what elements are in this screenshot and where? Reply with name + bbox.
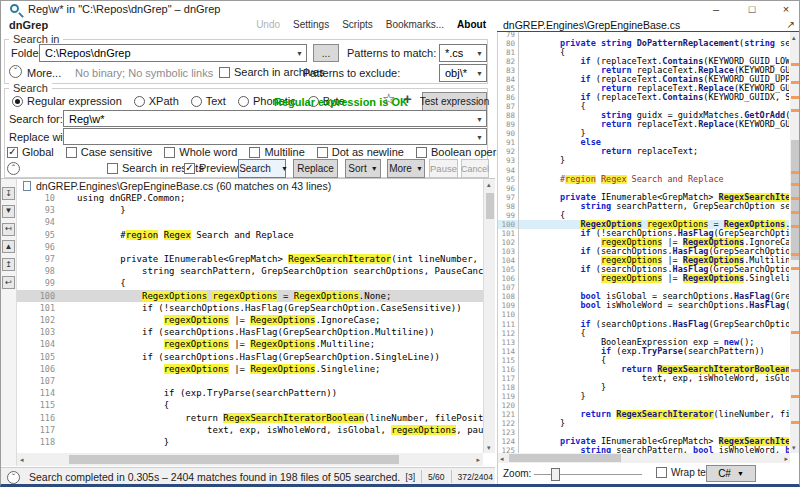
result-line-102[interactable]: 102 regexOptions |= RegexOptions.IgnoreC… [17, 314, 483, 326]
preview-horizontal-scrollbar[interactable]: ◂ ▸ [498, 453, 790, 463]
scroll-left-icon[interactable]: ◂ [20, 456, 24, 463]
result-line-115[interactable]: 115 { [17, 399, 483, 411]
result-line-98[interactable]: 98 string searchPattern, GrepSearchOptio… [17, 265, 483, 277]
option-checkbox-case-sensitive[interactable]: Case sensitive [66, 146, 153, 158]
result-line-103[interactable]: 103 if (searchOptions.HasFlag(GrepSearch… [17, 326, 483, 338]
search-mode-radio-regular-expression[interactable]: Regular expression [12, 95, 122, 107]
results-vscroll-thumb[interactable] [486, 193, 494, 219]
menu-scripts[interactable]: Scripts [342, 19, 373, 30]
patterns-exclude-input[interactable]: obj\* ▼ [439, 64, 487, 82]
sort-dropdown-icon[interactable]: ▼ [371, 165, 378, 172]
results-vertical-scrollbar[interactable]: ▴ ▾ [483, 179, 495, 453]
add-bookmark-plus-icon[interactable]: + [403, 90, 412, 107]
window-title: Reg\w* in "C:\Repos\dnGrep" – dnGrep [28, 3, 220, 15]
option-checkbox-whole-word[interactable]: Whole word [164, 146, 237, 158]
menu-about[interactable]: About [457, 19, 486, 30]
status-chevron-icon[interactable]: ˇ [7, 471, 20, 484]
search-in-archives-box[interactable] [219, 67, 230, 78]
radio-circle-icon[interactable] [191, 96, 202, 107]
results-horizontal-scrollbar[interactable]: ◂ ▸ [17, 453, 483, 466]
search-split-arrow-icon[interactable]: ▼ [281, 165, 288, 172]
result-line-97[interactable]: 97 private IEnumerable<GrepMatch> RegexS… [17, 253, 483, 265]
line-number: 108 [498, 292, 515, 301]
bookmark-star-icon[interactable]: ☆ [382, 90, 395, 108]
preview-scroll-up-icon[interactable]: ▴ [792, 34, 796, 41]
search-for-dropdown-icon[interactable]: ▼ [476, 116, 483, 123]
radio-circle-icon[interactable] [134, 96, 145, 107]
search-mode-radio-text[interactable]: Text [191, 95, 226, 107]
preview-hscroll-thumb[interactable] [509, 454, 621, 462]
next-file-button[interactable]: ↧ [2, 187, 15, 200]
syntax-select[interactable]: C# ▼ [706, 465, 756, 482]
folder-input[interactable]: C:\Repos\dnGrep ▼ [39, 44, 307, 62]
zoom-slider-thumb[interactable] [551, 468, 560, 481]
result-line-114[interactable]: 114 if (exp.TryParse(searchPattern)) [17, 387, 483, 399]
replace-button[interactable]: Replace [293, 159, 338, 178]
pause-button[interactable]: Pause [429, 159, 458, 178]
preview-scroll-left-icon[interactable]: ◂ [500, 455, 504, 462]
title-bar[interactable]: Reg\w* in "C:\Repos\dnGrep" – dnGrep – □… [1, 1, 800, 18]
minimize-button[interactable]: – [703, 1, 729, 17]
menu-bookmarks[interactable]: Bookmarks... [386, 19, 444, 30]
open-external-icon[interactable]: ↗ [787, 19, 795, 30]
menu-settings[interactable]: Settings [293, 19, 329, 30]
cancel-button[interactable]: Cancel [461, 159, 489, 178]
option-checkbox-multiline[interactable]: Multiline [249, 146, 304, 158]
more-options-chevron-icon[interactable]: ˇ [9, 65, 22, 78]
test-expression-button[interactable]: Test expression [422, 92, 487, 111]
result-line-100[interactable]: 100 RegexOptions regexOptions = RegexOpt… [17, 290, 483, 302]
next-match-button[interactable]: ▼ [2, 205, 15, 218]
search-button[interactable]: Search ▼ [238, 159, 286, 178]
result-line-94[interactable]: 94 [17, 216, 483, 228]
result-line-117[interactable]: 117 text, exp, isWholeWord, isGlobal, re… [17, 424, 483, 436]
result-line-106[interactable]: 106 regexOptions |= RegexOptions.Singlel… [17, 363, 483, 375]
scroll-up-icon[interactable]: ▴ [487, 181, 491, 188]
collapse-all-button[interactable]: ↤ [2, 223, 15, 236]
result-line-10[interactable]: 10using dnGREP.Common; [17, 192, 483, 204]
close-button[interactable]: × [773, 1, 799, 17]
result-line-96[interactable]: 96 [17, 241, 483, 253]
replace-with-input[interactable]: ▼ [63, 128, 487, 145]
previous-match-button[interactable]: ▲ [2, 240, 15, 253]
result-line-118[interactable]: 118 } [17, 436, 483, 448]
search-for-input[interactable]: Reg\w* ▼ [63, 110, 487, 127]
preview-scroll-right-icon[interactable]: ▸ [784, 455, 788, 462]
menu-undo[interactable]: Undo [256, 19, 280, 30]
radio-circle-icon[interactable] [238, 96, 249, 107]
sort-button[interactable]: Sort ▼ [345, 159, 381, 178]
more-label[interactable]: More... [27, 67, 61, 79]
previous-file-button[interactable]: ↥ [2, 258, 15, 271]
option-checkbox-global[interactable]: ✓Global [7, 146, 54, 158]
patterns-match-dropdown-icon[interactable]: ▼ [476, 50, 483, 57]
scroll-right-icon[interactable]: ▸ [476, 456, 480, 463]
result-line-107[interactable]: 107 [17, 375, 483, 387]
results-hscroll-thumb[interactable] [69, 455, 399, 464]
result-line-101[interactable]: 101 if (!searchOptions.HasFlag(GrepSearc… [17, 302, 483, 314]
maximize-button[interactable]: □ [739, 1, 765, 17]
radio-circle-icon[interactable] [12, 96, 23, 107]
result-line-93[interactable]: 93 } [17, 204, 483, 216]
result-line-105[interactable]: 105 if (searchOptions.HasFlag(GrepSearch… [17, 351, 483, 363]
patterns-exclude-dropdown-icon[interactable]: ▼ [476, 70, 483, 77]
result-line-95[interactable]: 95 #region Regex Search and Replace [17, 229, 483, 241]
preview-line-86: 86 if (replaceText.Contains(KEYWORD_GUID… [498, 93, 789, 102]
more-button[interactable]: More ▼ [387, 159, 425, 178]
result-line-99[interactable]: 99 { [17, 277, 483, 289]
reset-scroll-button[interactable]: ↩ [2, 276, 15, 289]
preview-scroll-down-icon[interactable]: ▾ [792, 444, 796, 451]
preview-vscroll-thumb[interactable] [791, 140, 799, 260]
more-dropdown-icon[interactable]: ▼ [416, 165, 423, 172]
result-line-104[interactable]: 104 regexOptions |= RegexOptions.Multili… [17, 338, 483, 350]
collapse-form-chevron-icon[interactable]: ˆ [7, 162, 20, 175]
syntax-dropdown-icon[interactable]: ▼ [737, 470, 744, 477]
result-line-116[interactable]: 116 return RegexSearchIteratorBoolean(li… [17, 412, 483, 424]
folder-dropdown-icon[interactable]: ▼ [296, 50, 303, 57]
browse-folder-button[interactable]: ... [313, 44, 339, 62]
scroll-down-icon[interactable]: ▾ [487, 444, 491, 451]
option-checkbox-dot-as-newline[interactable]: Dot as newline [317, 146, 404, 158]
replace-with-dropdown-icon[interactable]: ▼ [476, 134, 483, 141]
wrap-text-checkbox[interactable]: Wrap text [656, 467, 714, 478]
search-mode-radio-xpath[interactable]: XPath [134, 95, 179, 107]
line-number: 93 [17, 204, 55, 216]
patterns-match-input[interactable]: *.cs ▼ [439, 44, 487, 62]
